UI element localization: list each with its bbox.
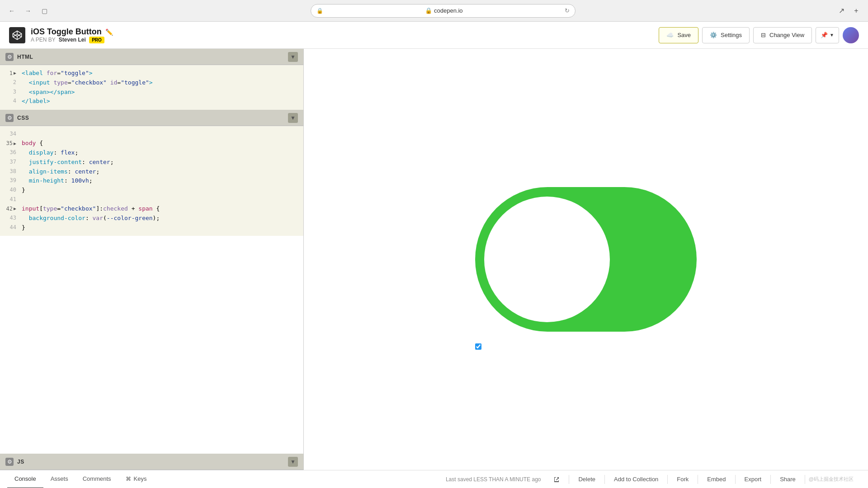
html-section: ⚙ HTML ▼ 1▶ <label for="toggle"> 2 <inpu… (0, 49, 303, 110)
code-line: 1▶ <label for="toggle"> (0, 69, 303, 78)
export-button[interactable]: Export (739, 472, 767, 487)
code-line: 36 display: flex; (0, 148, 303, 158)
code-line: 40 } (0, 186, 303, 195)
divider (805, 475, 805, 484)
divider (770, 475, 771, 484)
divider (735, 475, 736, 484)
html-editor[interactable]: 1▶ <label for="toggle"> 2 <input type="c… (0, 65, 303, 110)
css-gear-icon[interactable]: ⚙ (5, 114, 14, 122)
lock-icon: 🔒 (316, 8, 323, 14)
code-line: 35▶ body { (0, 139, 303, 148)
codepen-logo (9, 27, 25, 43)
share-browser-button[interactable]: ↗ (835, 5, 848, 17)
bottom-bar: Console Assets Comments ⌘ Keys Last save… (0, 470, 868, 488)
toggle-track[interactable] (475, 187, 697, 332)
pin-icon: 📌 (821, 32, 828, 38)
toggle-checkbox[interactable] (475, 343, 481, 350)
embed-button[interactable]: Embed (702, 472, 731, 487)
code-line: 44 } (0, 223, 303, 233)
code-line: 42▶ input[type="checkbox"]:checked + spa… (0, 204, 303, 214)
css-section: ⚙ CSS ▼ 34 35▶ body { 36 display: flex; (0, 110, 303, 454)
forward-button[interactable]: → (22, 5, 34, 17)
bottom-tabs: Console Assets Comments ⌘ Keys (7, 470, 154, 488)
pen-info: iOS Toggle Button ✏️ A PEN BY Steven Lei… (31, 27, 659, 43)
refresh-button[interactable]: ↻ (565, 7, 570, 14)
code-line: 38 align-items: center; (0, 167, 303, 177)
author-watermark: @码上掘金技术社区 (809, 476, 854, 483)
preview-area (304, 49, 868, 470)
address-bar: 🔒 🔒 codepen.io ↻ (311, 4, 575, 18)
code-line: 2 <input type="checkbox" id="toggle"> (0, 78, 303, 88)
preview-panel (304, 49, 868, 470)
tab-comments[interactable]: Comments (75, 470, 118, 488)
settings-button[interactable]: ⚙️ Settings (702, 27, 750, 43)
pro-badge: PRO (89, 37, 104, 43)
js-collapse-button[interactable]: ▼ (288, 457, 298, 467)
tab-button[interactable]: ▢ (38, 5, 51, 17)
browser-chrome: ← → ▢ 🔒 🔒 codepen.io ↻ ↗ + (0, 0, 868, 22)
user-avatar[interactable] (843, 27, 859, 43)
save-status: Last saved LESS THAN A MINUTE ago (446, 476, 541, 483)
change-view-button[interactable]: ⊟ Change View (753, 27, 812, 43)
divider (667, 475, 668, 484)
settings-icon: ⚙️ (710, 32, 717, 38)
pin-button[interactable]: 📌 ▼ (816, 27, 839, 43)
html-gear-icon[interactable]: ⚙ (5, 53, 14, 61)
cloud-icon: ☁️ (666, 32, 674, 38)
delete-button[interactable]: Delete (573, 472, 601, 487)
css-section-header: ⚙ CSS ▼ (0, 110, 303, 126)
url-text: 🔒 codepen.io (327, 7, 561, 14)
add-tab-button[interactable]: + (850, 5, 863, 17)
header-actions: ☁️ Save ⚙️ Settings ⊟ Change View 📌 ▼ (659, 27, 859, 43)
pen-title: iOS Toggle Button ✏️ (31, 27, 659, 37)
layout-icon: ⊟ (761, 32, 766, 38)
js-section-header: ⚙ JS ▼ (0, 454, 303, 470)
code-line: 3 <span></span> (0, 88, 303, 97)
css-editor[interactable]: 34 35▶ body { 36 display: flex; 37 justi… (0, 126, 303, 236)
toggle-thumb (484, 197, 610, 322)
html-section-title: HTML (17, 54, 284, 60)
divider (569, 475, 569, 484)
tab-assets[interactable]: Assets (43, 470, 75, 488)
open-external-button[interactable] (548, 472, 565, 487)
html-section-header: ⚙ HTML ▼ (0, 49, 303, 65)
css-section-title: CSS (17, 115, 284, 121)
tab-keys[interactable]: ⌘ Keys (118, 470, 154, 488)
tab-console[interactable]: Console (7, 470, 43, 488)
add-to-collection-button[interactable]: Add to Collection (609, 472, 664, 487)
pin-dropdown-icon: ▼ (830, 33, 834, 38)
save-button[interactable]: ☁️ Save (659, 27, 698, 43)
code-line: 39 min-height: 100vh; (0, 176, 303, 186)
css-collapse-button[interactable]: ▼ (288, 113, 298, 123)
js-section-title: JS (17, 459, 284, 465)
toggle-preview (304, 49, 868, 470)
main-content: ⚙ HTML ▼ 1▶ <label for="toggle"> 2 <inpu… (0, 49, 868, 470)
divider (698, 475, 698, 484)
code-line: 34 (0, 130, 303, 139)
back-button[interactable]: ← (5, 5, 18, 17)
browser-right-actions: ↗ + (835, 5, 863, 17)
js-gear-icon[interactable]: ⚙ (5, 458, 14, 466)
codepen-header: iOS Toggle Button ✏️ A PEN BY Steven Lei… (0, 22, 868, 49)
share-button[interactable]: Share (774, 472, 801, 487)
bottom-actions: Delete Add to Collection Fork Embed Expo… (548, 472, 861, 487)
code-line: 37 justify-content: center; (0, 158, 303, 167)
divider (604, 475, 605, 484)
code-line: 43 background-color: var(--color-green); (0, 214, 303, 223)
html-collapse-button[interactable]: ▼ (288, 52, 298, 62)
edit-title-icon[interactable]: ✏️ (105, 28, 113, 36)
fork-button[interactable]: Fork (671, 472, 694, 487)
editor-panel: ⚙ HTML ▼ 1▶ <label for="toggle"> 2 <inpu… (0, 49, 304, 470)
code-line: 41 (0, 195, 303, 204)
js-section: ⚙ JS ▼ (0, 454, 303, 470)
pen-author: A PEN BY Steven Lei PRO (31, 37, 659, 43)
code-line: 4 </label> (0, 97, 303, 106)
